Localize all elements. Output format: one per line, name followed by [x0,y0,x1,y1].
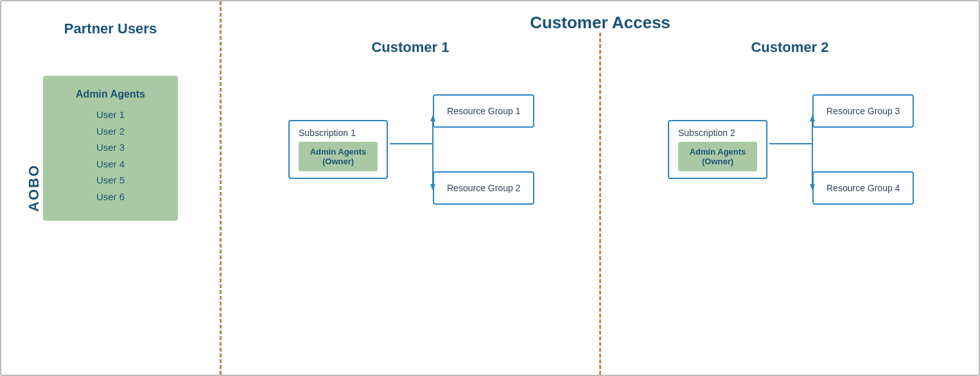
admin-agents-box: Admin Agents User 1 User 2 User 3 User 4… [43,76,178,221]
resource-group-2-label: Resource Group 2 [447,183,520,193]
customer-2-title: Customer 2 [751,39,828,56]
subscription-2-box: Subscription 2 Admin Agents (Owner) [668,120,767,179]
diagram-container: AOBO Partner Users Admin Agents User 1 U… [0,0,980,376]
user-4: User 4 [62,156,159,173]
partner-title: Partner Users [64,21,157,37]
resource-group-2-box: Resource Group 2 [433,171,534,205]
customers-row: Customer 1 Subscription 1 Admin Agents (… [222,33,979,375]
customer-1-section: Customer 1 Subscription 1 Admin Agents (… [222,33,599,375]
customer-access-section: Customer Access Customer 1 Subscription … [222,1,979,375]
customer-access-title: Customer Access [222,1,979,33]
subscription-2-label: Subscription 2 [678,128,757,138]
partner-section: AOBO Partner Users Admin Agents User 1 U… [1,1,220,375]
admin-agents-title: Admin Agents [62,89,159,100]
user-1: User 1 [62,107,159,123]
user-6: User 6 [62,189,159,205]
customer-1-title: Customer 1 [371,39,449,56]
customer-2-section: Customer 2 Subscription 2 Admin Agents (… [601,33,979,375]
resource-group-1-label: Resource Group 1 [447,106,520,116]
subscription-2-owner: Admin Agents (Owner) [678,142,757,171]
subscription-1-box: Subscription 1 Admin Agents (Owner) [288,120,388,179]
resource-group-3-box: Resource Group 3 [812,94,914,128]
resource-group-1-box: Resource Group 1 [433,94,534,128]
aobo-label: AOBO [26,164,42,212]
subscription-1-label: Subscription 1 [299,128,378,138]
user-3: User 3 [62,139,159,156]
subscription-1-owner: Admin Agents (Owner) [299,142,378,171]
user-5: User 5 [62,172,159,189]
resource-group-4-label: Resource Group 4 [827,183,900,193]
resource-group-4-box: Resource Group 4 [812,171,914,205]
resource-group-3-label: Resource Group 3 [827,106,900,116]
user-2: User 2 [62,123,159,140]
